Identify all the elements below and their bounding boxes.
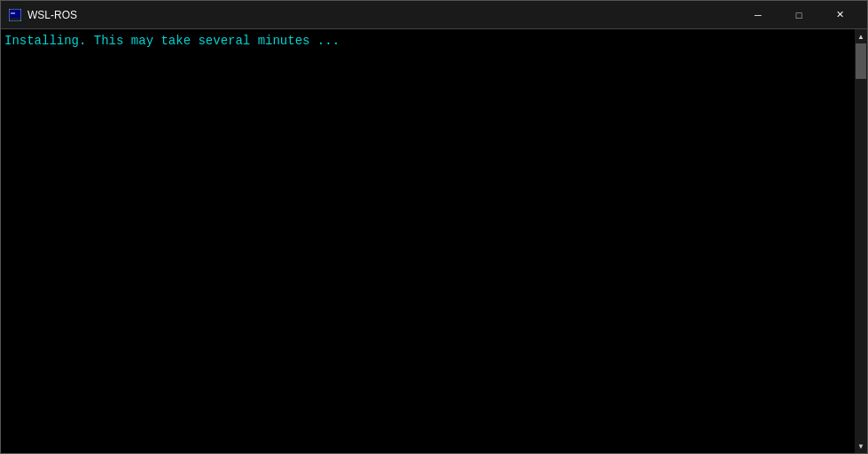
scrollbar-track[interactable] [855,43,867,439]
terminal-icon [8,8,22,22]
terminal-body: Installing. This may take several minute… [1,29,867,453]
terminal-output: Installing. This may take several minute… [4,33,851,51]
window-title: WSL-ROS [27,9,77,21]
title-bar-left: WSL-ROS [8,8,77,22]
scrollbar: ▲ ▼ [855,29,867,453]
title-bar-controls: ─ □ ✕ [738,1,860,29]
scroll-down-button[interactable]: ▼ [855,439,867,453]
scrollbar-thumb[interactable] [856,43,866,79]
minimize-button[interactable]: ─ [738,1,778,29]
terminal-content[interactable]: Installing. This may take several minute… [1,29,855,453]
title-bar: WSL-ROS ─ □ ✕ [1,1,867,29]
window: WSL-ROS ─ □ ✕ Installing. This may take … [0,0,868,454]
maximize-button[interactable]: □ [778,1,819,29]
close-button[interactable]: ✕ [819,1,860,29]
scroll-up-button[interactable]: ▲ [855,29,867,43]
